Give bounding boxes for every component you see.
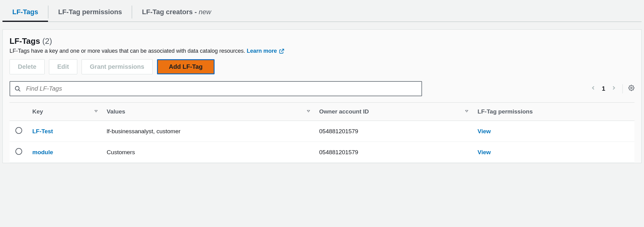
panel-title-text: LF-Tags	[10, 36, 40, 46]
lf-tags-panel: LF-Tags (2) LF-Tags have a key and one o…	[2, 29, 642, 163]
filter-icon[interactable]	[465, 108, 469, 115]
grant-permissions-button[interactable]: Grant permissions	[82, 59, 153, 74]
chevron-left-icon	[590, 85, 596, 91]
row-select-radio[interactable]	[15, 148, 22, 155]
search-row: 1	[10, 81, 634, 96]
new-badge: new	[199, 8, 211, 16]
column-key[interactable]: Key	[28, 103, 103, 121]
external-link-icon	[279, 48, 284, 54]
learn-more-label: Learn more	[247, 48, 277, 54]
column-values[interactable]: Values	[103, 103, 315, 121]
panel-count: (2)	[42, 36, 52, 46]
svg-point-0	[15, 86, 19, 90]
toolbar: Delete Edit Grant permissions Add LF-Tag	[10, 59, 634, 74]
table-row: LF-Test lf-businessanalyst, customer 054…	[10, 121, 634, 142]
table-row: module Customers 054881201579 View	[10, 142, 634, 163]
column-owner[interactable]: Owner account ID	[315, 103, 473, 121]
column-owner-label: Owner account ID	[319, 108, 369, 115]
column-permissions-label: LF-Tag permissions	[477, 108, 533, 115]
column-values-label: Values	[107, 108, 125, 115]
row-key-link[interactable]: module	[32, 149, 53, 155]
tab-lf-tag-creators[interactable]: LF-Tag creators - new	[132, 2, 221, 22]
search-input[interactable]	[25, 85, 417, 93]
svg-point-2	[631, 87, 632, 89]
filter-icon[interactable]	[306, 108, 311, 115]
chevron-right-icon	[611, 85, 617, 91]
row-key-link[interactable]: LF-Test	[32, 128, 53, 134]
filter-icon[interactable]	[94, 108, 98, 115]
edit-button[interactable]: Edit	[49, 59, 77, 74]
tabs: LF-Tags LF-Tag permissions LF-Tag creato…	[2, 2, 642, 22]
search-box[interactable]	[10, 81, 422, 96]
row-select-radio[interactable]	[15, 127, 22, 134]
pager-divider	[622, 84, 623, 93]
learn-more-link[interactable]: Learn more	[247, 48, 284, 54]
add-lf-tag-button[interactable]: Add LF-Tag	[157, 59, 215, 74]
row-permissions-link[interactable]: View	[477, 149, 491, 155]
search-icon	[14, 85, 21, 92]
column-permissions: LF-Tag permissions	[473, 103, 634, 121]
svg-line-1	[18, 89, 20, 91]
row-values: Customers	[103, 142, 315, 163]
row-values: lf-businessanalyst, customer	[103, 121, 315, 142]
svg-marker-5	[465, 110, 468, 112]
row-owner: 054881201579	[315, 121, 473, 142]
panel-description: LF-Tags have a key and one or more value…	[10, 48, 634, 54]
tab-lf-tags[interactable]: LF-Tags	[2, 2, 48, 22]
page-number: 1	[602, 85, 605, 92]
tab-lf-tag-permissions[interactable]: LF-Tag permissions	[48, 2, 132, 22]
gear-icon	[628, 85, 634, 91]
pagination: 1	[590, 84, 634, 93]
svg-marker-3	[95, 110, 97, 112]
panel-desc-text: LF-Tags have a key and one or more value…	[10, 48, 245, 54]
column-select	[10, 103, 28, 121]
delete-button[interactable]: Delete	[10, 59, 45, 74]
row-permissions-link[interactable]: View	[477, 128, 491, 134]
row-owner: 054881201579	[315, 142, 473, 163]
next-page-button[interactable]	[611, 85, 617, 93]
prev-page-button[interactable]	[590, 85, 596, 93]
lf-tags-table: Key Values Owner account ID	[10, 102, 634, 163]
panel-title: LF-Tags (2)	[10, 36, 634, 46]
column-key-label: Key	[32, 108, 43, 115]
tab-label: LF-Tag creators -	[142, 8, 199, 16]
svg-marker-4	[307, 110, 310, 112]
settings-button[interactable]	[628, 85, 634, 93]
